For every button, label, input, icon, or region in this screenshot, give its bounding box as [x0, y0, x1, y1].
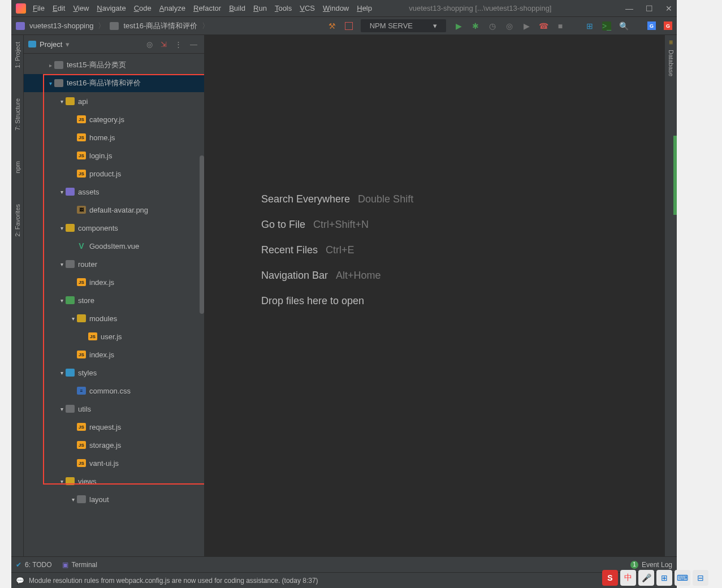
tree-node[interactable]: ▾test16-商品详情和评价: [24, 74, 204, 92]
menu-tools[interactable]: Tools: [275, 4, 292, 12]
tree-node[interactable]: 🖼default-avatar.png: [24, 201, 204, 219]
tree-node[interactable]: ▾views: [24, 472, 204, 490]
ime-icon[interactable]: S: [602, 570, 618, 586]
app-logo-icon: [16, 3, 26, 14]
phone-icon[interactable]: ☎: [539, 21, 548, 31]
grid-icon[interactable]: ⊞: [585, 21, 594, 31]
hammer-icon[interactable]: ⚒: [328, 21, 337, 31]
target-icon[interactable]: ◎: [144, 40, 155, 49]
hide-icon[interactable]: —: [188, 40, 200, 49]
menu-analyze[interactable]: Analyze: [159, 4, 185, 12]
left-tab-npm[interactable]: npm: [13, 158, 22, 176]
tree-node[interactable]: ▾layout: [24, 490, 204, 508]
chevron-right-icon: 〉: [98, 21, 105, 31]
run-icon[interactable]: ▶: [454, 21, 463, 31]
tree-node[interactable]: user.js: [24, 327, 204, 345]
todo-tab[interactable]: ✔ 6: TODO: [16, 561, 52, 569]
tree-node[interactable]: ▾store: [24, 291, 204, 309]
expand-icon[interactable]: ▾: [58, 189, 66, 195]
expand-icon[interactable]: ▾: [58, 225, 66, 231]
tree-node[interactable]: ▾api: [24, 92, 204, 110]
menu-code[interactable]: Code: [134, 4, 152, 12]
tree-node[interactable]: ▾modules: [24, 309, 204, 327]
debug-icon[interactable]: ✱: [471, 21, 480, 31]
ime-tool-icon[interactable]: ⊞: [656, 570, 672, 586]
scrollbar[interactable]: [200, 155, 204, 314]
menu-window[interactable]: Window: [323, 4, 349, 12]
js-icon: [77, 115, 86, 123]
main-toolbar: ⚒ NPM SERVE ▾ ▶ ✱ ◷ ◎ ▶ ☎ ■ ⊞ >_ 🔍 G G: [328, 19, 672, 32]
tree-node[interactable]: home.js: [24, 128, 204, 146]
tree-node[interactable]: ▾components: [24, 219, 204, 237]
left-tab-favorites[interactable]: 2: Favorites: [13, 201, 22, 240]
tree-node[interactable]: ▾styles: [24, 364, 204, 382]
database-tab[interactable]: Database: [667, 46, 676, 80]
editor-area[interactable]: Search EverywhereDouble ShiftGo to FileC…: [205, 35, 664, 556]
terminal-icon[interactable]: >_: [602, 21, 611, 31]
run-config-select[interactable]: NPM SERVE ▾: [361, 19, 446, 32]
tree-node[interactable]: category.js: [24, 110, 204, 128]
minimize-icon[interactable]: —: [625, 4, 633, 13]
terminal-tab[interactable]: ▣ Terminal: [62, 561, 97, 569]
tree-node[interactable]: request.js: [24, 418, 204, 436]
tree-node[interactable]: storage.js: [24, 436, 204, 454]
ime-keyboard-icon[interactable]: ⌨: [675, 570, 690, 586]
notification-icon[interactable]: 💬: [16, 577, 24, 585]
stop-icon[interactable]: ■: [556, 21, 565, 31]
coverage-icon[interactable]: ◷: [488, 21, 497, 31]
left-tab-structure[interactable]: 7: Structure: [13, 95, 22, 134]
run-attached-icon[interactable]: ▶: [522, 21, 531, 31]
expand-icon[interactable]: ▾: [58, 297, 66, 304]
menu-edit[interactable]: Edit: [53, 4, 65, 12]
menu-build[interactable]: Build: [229, 4, 245, 12]
expand-icon[interactable]: ▾: [58, 370, 66, 376]
gtranslate-icon[interactable]: G: [647, 21, 656, 30]
tree-node[interactable]: ▸test15-商品分类页: [24, 56, 204, 74]
js-icon: [77, 133, 86, 141]
expand-icon[interactable]: ▾: [69, 496, 77, 503]
expand-icon[interactable]: ▾: [46, 80, 54, 87]
menu-refactor[interactable]: Refactor: [193, 4, 221, 12]
chevron-down-icon[interactable]: ▾: [66, 40, 70, 49]
expand-icon[interactable]: ▸: [46, 62, 54, 68]
expand-icon[interactable]: ▾: [69, 315, 77, 322]
tree-node[interactable]: VGoodsItem.vue: [24, 237, 204, 255]
breadcrumb[interactable]: vuetest13-shopping 〉 test16-商品详情和评价 〉: [16, 21, 209, 31]
tree-label: api: [78, 97, 88, 106]
tree-node[interactable]: ▾router: [24, 255, 204, 273]
search-icon[interactable]: 🔍: [619, 21, 628, 31]
tree-node[interactable]: index.js: [24, 273, 204, 291]
maximize-icon[interactable]: ☐: [646, 4, 653, 13]
collapse-icon[interactable]: ⇲: [158, 40, 169, 49]
tree-node[interactable]: ▾utils: [24, 400, 204, 418]
expand-icon[interactable]: ▾: [58, 98, 66, 105]
ime-more-icon[interactable]: ⊟: [693, 570, 708, 586]
tree-node[interactable]: login.js: [24, 146, 204, 165]
tree-node[interactable]: ▾assets: [24, 183, 204, 201]
project-tree[interactable]: ▸test15-商品分类页▾test16-商品详情和评价▾apicategory…: [24, 54, 204, 556]
stop-square-icon[interactable]: [345, 22, 353, 30]
menu-navigate[interactable]: Navigate: [97, 4, 126, 12]
left-tab-project[interactable]: 1: Project: [13, 38, 22, 71]
menu-vcs[interactable]: VCS: [300, 4, 315, 12]
welcome-label: Go to File: [261, 219, 305, 231]
menu-file[interactable]: File: [33, 4, 45, 12]
tree-node[interactable]: vant-ui.js: [24, 454, 204, 472]
settings-icon[interactable]: ⋮: [172, 40, 184, 49]
menu-help[interactable]: Help: [357, 4, 372, 12]
ime-mic-icon[interactable]: 🎤: [638, 570, 654, 586]
gtranslate-alt-icon[interactable]: G: [664, 21, 672, 30]
tree-node[interactable]: index.js: [24, 345, 204, 364]
menu-run[interactable]: Run: [253, 4, 267, 12]
main-content: 1: Project7: Structurenpm2: Favorites Pr…: [11, 35, 677, 556]
expand-icon[interactable]: ▾: [58, 406, 66, 412]
expand-icon[interactable]: ▾: [58, 261, 66, 267]
tree-node[interactable]: ≡common.css: [24, 382, 204, 400]
tree-node[interactable]: product.js: [24, 165, 204, 183]
tree-label: test15-商品分类页: [67, 60, 126, 70]
menu-view[interactable]: View: [73, 4, 89, 12]
close-icon[interactable]: ✕: [665, 4, 672, 13]
ime-lang-icon[interactable]: 中: [620, 570, 636, 586]
expand-icon[interactable]: ▾: [58, 478, 66, 485]
profile-icon[interactable]: ◎: [505, 21, 514, 31]
